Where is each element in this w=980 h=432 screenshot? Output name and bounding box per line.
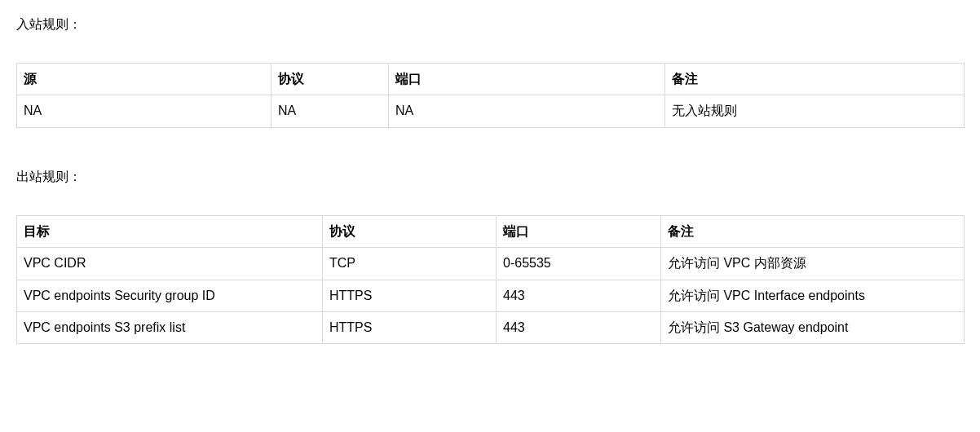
table-row: NA NA NA 无入站规则: [17, 95, 965, 127]
table-header-row: 目标 协议 端口 备注: [17, 215, 965, 247]
cell-comment: 允许访问 VPC 内部资源: [661, 248, 965, 280]
cell-protocol: HTTPS: [323, 280, 497, 311]
outbound-rules-title: 出站规则：: [16, 169, 964, 186]
cell-target: VPC endpoints Security group ID: [17, 280, 323, 311]
cell-protocol: NA: [271, 95, 389, 127]
table-row: VPC endpoints Security group ID HTTPS 44…: [17, 280, 965, 311]
inbound-rules-title: 入站规则：: [16, 16, 964, 33]
cell-protocol: HTTPS: [323, 311, 497, 343]
cell-target: VPC endpoints S3 prefix list: [17, 311, 323, 343]
header-protocol: 协议: [271, 64, 389, 95]
header-port: 端口: [389, 64, 665, 95]
inbound-rules-section: 入站规则： 源 协议 端口 备注 NA NA NA 无入站规则: [16, 16, 964, 128]
header-comment: 备注: [661, 215, 965, 247]
header-comment: 备注: [665, 64, 965, 95]
header-protocol: 协议: [323, 215, 497, 247]
outbound-rules-section: 出站规则： 目标 协议 端口 备注 VPC CIDR TCP 0-65535 允…: [16, 169, 964, 345]
outbound-rules-table: 目标 协议 端口 备注 VPC CIDR TCP 0-65535 允许访问 VP…: [16, 215, 965, 345]
table-header-row: 源 协议 端口 备注: [17, 64, 965, 95]
header-source: 源: [17, 64, 271, 95]
table-row: VPC CIDR TCP 0-65535 允许访问 VPC 内部资源: [17, 248, 965, 280]
cell-port: 443: [497, 311, 661, 343]
inbound-rules-table: 源 协议 端口 备注 NA NA NA 无入站规则: [16, 63, 965, 128]
table-row: VPC endpoints S3 prefix list HTTPS 443 允…: [17, 311, 965, 343]
cell-port: 443: [497, 280, 661, 311]
cell-source: NA: [17, 95, 271, 127]
header-port: 端口: [497, 215, 661, 247]
cell-comment: 允许访问 S3 Gateway endpoint: [661, 311, 965, 343]
cell-comment: 无入站规则: [665, 95, 965, 127]
cell-port: 0-65535: [497, 248, 661, 280]
header-target: 目标: [17, 215, 323, 247]
cell-target: VPC CIDR: [17, 248, 323, 280]
cell-port: NA: [389, 95, 665, 127]
cell-protocol: TCP: [323, 248, 497, 280]
cell-comment: 允许访问 VPC Interface endpoints: [661, 280, 965, 311]
